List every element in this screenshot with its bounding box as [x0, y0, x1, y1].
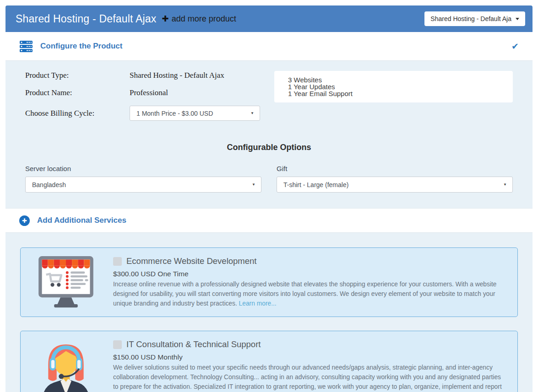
addon-description: Increase online revenue with a professio… — [113, 280, 506, 309]
server-stack-icon — [19, 40, 33, 53]
gift-selected-value: T-shirt - Large (female) — [283, 181, 348, 188]
product-features-box: 3 Websites 1 Year Updates 1 Year Email S… — [274, 71, 513, 102]
configure-product-title: Configure the Product — [40, 42, 122, 51]
product-config-panel: Product Type: Shared Hosting - Default A… — [5, 60, 533, 208]
product-switcher-dropdown[interactable]: Shared Hosting - Default Aja — [424, 11, 525, 26]
feature-item: 1 Year Email Support — [288, 90, 508, 97]
addon-checkbox[interactable] — [113, 257, 122, 266]
product-switcher-label: Shared Hosting - Default Aja — [430, 15, 511, 22]
billing-cycle-label: Choose Billing Cycle: — [25, 109, 130, 118]
page-title: Shared Hosting - Default Ajax — [16, 13, 157, 25]
server-location-selected-value: Bangladesh — [32, 181, 66, 188]
addon-body: IT Consultation & Technical Support $150… — [113, 338, 506, 392]
caret-down-icon — [516, 18, 519, 20]
gift-select[interactable]: T-shirt - Large (female) ▼ — [277, 177, 513, 193]
addon-body: Ecommerce Website Development $300.00 US… — [113, 254, 506, 310]
support-agent-illustration — [34, 338, 113, 392]
section-complete-check-icon: ✔ — [511, 41, 519, 52]
configurable-options-title: Configurable Options — [25, 143, 513, 152]
billing-cycle-selected-value: 1 Month Price - $3.00 USD — [136, 110, 213, 117]
addon-card-it-consultation: IT Consultation & Technical Support $150… — [20, 331, 518, 392]
product-name-value: Professional — [130, 88, 168, 97]
addon-checkbox[interactable] — [113, 340, 122, 349]
plus-circle-icon: ✚ — [19, 215, 30, 226]
product-details: Product Type: Shared Hosting - Default A… — [25, 71, 267, 121]
configurable-options-row: Server location Bangladesh ▼ Gift T-shir… — [25, 165, 513, 193]
feature-item: 3 Websites — [288, 76, 508, 83]
product-type-value: Shared Hosting - Default Ajax — [130, 71, 224, 80]
dropdown-arrow-icon: ▼ — [252, 183, 255, 187]
product-type-row: Product Type: Shared Hosting - Default A… — [25, 71, 267, 80]
additional-services-section-header: ✚ Add Additional Services — [5, 208, 533, 232]
addon-card-ecommerce: Ecommerce Website Development $300.00 US… — [20, 247, 518, 317]
addon-price: $300.00 USD One Time — [113, 270, 506, 278]
server-location-label: Server location — [25, 165, 261, 172]
product-name-row: Product Name: Professional — [25, 88, 267, 97]
addon-title: Ecommerce Website Development — [126, 256, 256, 266]
product-header-bar: Shared Hosting - Default Ajax ✚ add more… — [5, 5, 533, 32]
plus-icon: ✚ — [162, 14, 169, 24]
product-name-label: Product Name: — [25, 88, 130, 97]
ecommerce-illustration — [34, 254, 113, 310]
addon-price: $150.00 USD Monthly — [113, 353, 506, 361]
order-container: Shared Hosting - Default Ajax ✚ add more… — [5, 5, 533, 392]
add-more-product-label: add more product — [172, 14, 236, 24]
addon-description-text: We deliver solutions suited to meet your… — [113, 364, 502, 392]
addons-panel: Ecommerce Website Development $300.00 US… — [5, 232, 533, 392]
feature-item: 1 Year Updates — [288, 83, 508, 90]
addon-description: We deliver solutions suited to meet your… — [113, 363, 506, 392]
server-location-select[interactable]: Bangladesh ▼ — [25, 177, 261, 193]
option-gift: Gift T-shirt - Large (female) ▼ — [277, 165, 513, 193]
product-type-label: Product Type: — [25, 71, 130, 80]
add-more-product-link[interactable]: ✚ add more product — [162, 14, 236, 24]
dropdown-arrow-icon: ▼ — [250, 111, 254, 115]
additional-services-title: Add Additional Services — [37, 216, 126, 225]
gift-label: Gift — [277, 165, 513, 172]
configure-product-section-header: Configure the Product ✔ — [5, 32, 533, 60]
billing-cycle-row: Choose Billing Cycle: 1 Month Price - $3… — [25, 106, 267, 121]
learn-more-link[interactable]: Learn more... — [239, 300, 277, 307]
addon-description-text: Increase online revenue with a professio… — [113, 281, 496, 307]
option-server-location: Server location Bangladesh ▼ — [25, 165, 261, 193]
dropdown-arrow-icon: ▼ — [503, 183, 507, 187]
addon-title: IT Consultation & Technical Support — [126, 339, 261, 349]
billing-cycle-select[interactable]: 1 Month Price - $3.00 USD ▼ — [130, 106, 260, 121]
order-page: Shared Hosting - Default Ajax ✚ add more… — [0, 0, 538, 392]
